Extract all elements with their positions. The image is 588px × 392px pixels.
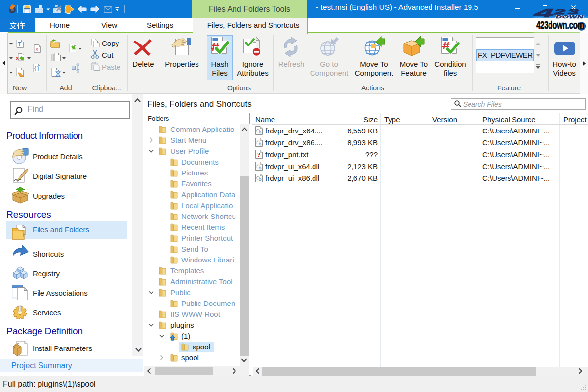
svg-text:x: x (16, 55, 19, 61)
svg-text:s: s (36, 46, 39, 52)
svg-text:T: T (18, 41, 22, 47)
svg-text:{ }: { } (34, 66, 39, 71)
